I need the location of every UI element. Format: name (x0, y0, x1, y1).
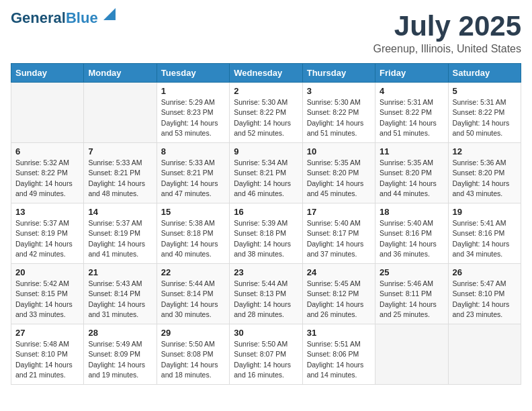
day-cell: 24Sunrise: 5:45 AMSunset: 8:12 PMDayligh… (302, 264, 375, 324)
day-number: 9 (234, 146, 298, 156)
day-info: Sunrise: 5:48 AMSunset: 8:10 PMDaylight:… (15, 339, 79, 380)
day-info: Sunrise: 5:46 AMSunset: 8:11 PMDaylight:… (380, 279, 443, 320)
day-number: 11 (380, 146, 443, 156)
day-info: Sunrise: 5:42 AMSunset: 8:15 PMDaylight:… (15, 279, 79, 320)
day-number: 8 (161, 146, 225, 156)
day-info: Sunrise: 5:34 AMSunset: 8:21 PMDaylight:… (234, 158, 298, 199)
day-number: 25 (380, 267, 443, 277)
day-info: Sunrise: 5:33 AMSunset: 8:21 PMDaylight:… (88, 158, 152, 199)
day-cell: 4Sunrise: 5:31 AMSunset: 8:22 PMDaylight… (375, 83, 448, 143)
day-number: 30 (234, 328, 298, 338)
day-info: Sunrise: 5:31 AMSunset: 8:22 PMDaylight:… (453, 97, 517, 138)
day-number: 24 (307, 267, 371, 277)
day-number: 5 (453, 86, 517, 96)
location-title: Greenup, Illinois, United States (373, 43, 521, 55)
day-number: 13 (15, 207, 79, 217)
day-number: 21 (88, 267, 152, 277)
week-row-2: 6Sunrise: 5:32 AMSunset: 8:22 PMDaylight… (11, 143, 521, 203)
day-cell: 1Sunrise: 5:29 AMSunset: 8:23 PMDaylight… (157, 83, 229, 143)
day-cell: 5Sunrise: 5:31 AMSunset: 8:22 PMDaylight… (448, 83, 521, 143)
column-header-tuesday: Tuesday (157, 64, 229, 83)
day-number: 29 (161, 328, 225, 338)
day-number: 2 (234, 86, 298, 96)
column-header-sunday: Sunday (11, 64, 84, 83)
day-number: 17 (307, 207, 371, 217)
week-row-5: 27Sunrise: 5:48 AMSunset: 8:10 PMDayligh… (11, 324, 521, 385)
svg-marker-0 (103, 8, 116, 20)
day-info: Sunrise: 5:44 AMSunset: 8:14 PMDaylight:… (161, 279, 225, 320)
day-cell (11, 83, 84, 143)
logo-icon (101, 8, 116, 23)
day-number: 20 (15, 267, 79, 277)
day-info: Sunrise: 5:29 AMSunset: 8:23 PMDaylight:… (161, 97, 225, 138)
day-number: 18 (380, 207, 443, 217)
day-number: 15 (161, 207, 225, 217)
column-header-monday: Monday (84, 64, 157, 83)
day-cell: 11Sunrise: 5:35 AMSunset: 8:20 PMDayligh… (375, 143, 448, 203)
day-number: 28 (88, 328, 152, 338)
day-cell: 22Sunrise: 5:44 AMSunset: 8:14 PMDayligh… (157, 264, 229, 324)
day-cell (375, 324, 448, 385)
day-number: 7 (88, 146, 152, 156)
day-number: 31 (307, 328, 371, 338)
calendar-table: SundayMondayTuesdayWednesdayThursdayFrid… (11, 63, 521, 385)
day-info: Sunrise: 5:30 AMSunset: 8:22 PMDaylight:… (307, 97, 371, 138)
page-header: GeneralBlue July 2025 Greenup, Illinois,… (11, 11, 521, 55)
day-info: Sunrise: 5:36 AMSunset: 8:20 PMDaylight:… (453, 158, 517, 199)
day-cell: 7Sunrise: 5:33 AMSunset: 8:21 PMDaylight… (84, 143, 157, 203)
day-cell: 29Sunrise: 5:50 AMSunset: 8:08 PMDayligh… (157, 324, 229, 385)
day-info: Sunrise: 5:50 AMSunset: 8:07 PMDaylight:… (234, 339, 298, 380)
day-info: Sunrise: 5:47 AMSunset: 8:10 PMDaylight:… (453, 279, 517, 320)
day-cell: 17Sunrise: 5:40 AMSunset: 8:17 PMDayligh… (302, 203, 375, 264)
day-info: Sunrise: 5:37 AMSunset: 8:19 PMDaylight:… (15, 218, 79, 259)
day-cell: 15Sunrise: 5:38 AMSunset: 8:18 PMDayligh… (157, 203, 229, 264)
day-cell: 27Sunrise: 5:48 AMSunset: 8:10 PMDayligh… (11, 324, 84, 385)
day-info: Sunrise: 5:43 AMSunset: 8:14 PMDaylight:… (88, 279, 152, 320)
day-cell: 25Sunrise: 5:46 AMSunset: 8:11 PMDayligh… (375, 264, 448, 324)
day-info: Sunrise: 5:35 AMSunset: 8:20 PMDaylight:… (380, 158, 443, 199)
day-info: Sunrise: 5:31 AMSunset: 8:22 PMDaylight:… (380, 97, 443, 138)
day-info: Sunrise: 5:37 AMSunset: 8:19 PMDaylight:… (88, 218, 152, 259)
day-info: Sunrise: 5:30 AMSunset: 8:22 PMDaylight:… (234, 97, 298, 138)
day-cell: 23Sunrise: 5:44 AMSunset: 8:13 PMDayligh… (230, 264, 302, 324)
day-cell: 3Sunrise: 5:30 AMSunset: 8:22 PMDaylight… (302, 83, 375, 143)
week-row-4: 20Sunrise: 5:42 AMSunset: 8:15 PMDayligh… (11, 264, 521, 324)
day-info: Sunrise: 5:44 AMSunset: 8:13 PMDaylight:… (234, 279, 298, 320)
day-cell: 31Sunrise: 5:51 AMSunset: 8:06 PMDayligh… (302, 324, 375, 385)
day-cell: 8Sunrise: 5:33 AMSunset: 8:21 PMDaylight… (157, 143, 229, 203)
week-row-1: 1Sunrise: 5:29 AMSunset: 8:23 PMDaylight… (11, 83, 521, 143)
day-cell: 2Sunrise: 5:30 AMSunset: 8:22 PMDaylight… (230, 83, 302, 143)
day-cell: 28Sunrise: 5:49 AMSunset: 8:09 PMDayligh… (84, 324, 157, 385)
day-info: Sunrise: 5:35 AMSunset: 8:20 PMDaylight:… (307, 158, 371, 199)
day-info: Sunrise: 5:39 AMSunset: 8:18 PMDaylight:… (234, 218, 298, 259)
column-header-thursday: Thursday (302, 64, 375, 83)
day-cell: 21Sunrise: 5:43 AMSunset: 8:14 PMDayligh… (84, 264, 157, 324)
day-info: Sunrise: 5:51 AMSunset: 8:06 PMDaylight:… (307, 339, 371, 380)
day-cell: 6Sunrise: 5:32 AMSunset: 8:22 PMDaylight… (11, 143, 84, 203)
day-number: 23 (234, 267, 298, 277)
day-number: 26 (453, 267, 517, 277)
day-number: 6 (15, 146, 79, 156)
logo: GeneralBlue (11, 11, 116, 26)
day-number: 10 (307, 146, 371, 156)
day-number: 14 (88, 207, 152, 217)
day-number: 19 (453, 207, 517, 217)
day-info: Sunrise: 5:49 AMSunset: 8:09 PMDaylight:… (88, 339, 152, 380)
day-number: 1 (161, 86, 225, 96)
day-info: Sunrise: 5:50 AMSunset: 8:08 PMDaylight:… (161, 339, 225, 380)
day-number: 3 (307, 86, 371, 96)
day-cell: 19Sunrise: 5:41 AMSunset: 8:16 PMDayligh… (448, 203, 521, 264)
day-cell (84, 83, 157, 143)
day-number: 27 (15, 328, 79, 338)
day-number: 22 (161, 267, 225, 277)
day-info: Sunrise: 5:40 AMSunset: 8:17 PMDaylight:… (307, 218, 371, 259)
day-cell: 13Sunrise: 5:37 AMSunset: 8:19 PMDayligh… (11, 203, 84, 264)
day-cell: 12Sunrise: 5:36 AMSunset: 8:20 PMDayligh… (448, 143, 521, 203)
day-cell: 18Sunrise: 5:40 AMSunset: 8:16 PMDayligh… (375, 203, 448, 264)
title-block: July 2025 Greenup, Illinois, United Stat… (373, 11, 521, 55)
month-title: July 2025 (373, 11, 521, 42)
day-info: Sunrise: 5:38 AMSunset: 8:18 PMDaylight:… (161, 218, 225, 259)
day-info: Sunrise: 5:45 AMSunset: 8:12 PMDaylight:… (307, 279, 371, 320)
day-number: 12 (453, 146, 517, 156)
day-info: Sunrise: 5:33 AMSunset: 8:21 PMDaylight:… (161, 158, 225, 199)
